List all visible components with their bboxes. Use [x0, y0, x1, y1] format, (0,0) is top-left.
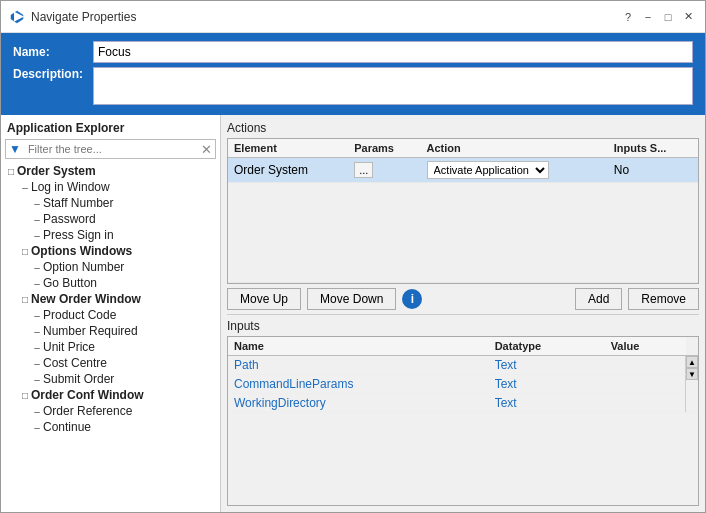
tree-expand-password: – — [31, 214, 43, 225]
tree-item-go-button[interactable]: –Go Button — [5, 275, 220, 291]
svg-text:▶: ▶ — [14, 9, 24, 23]
inputs-table-wrap: Name Datatype Value Path Text — [227, 336, 699, 506]
tree-expand-order-conf-window: □ — [19, 390, 31, 401]
inputs-label: Inputs — [227, 314, 699, 333]
tree-label-password: Password — [43, 212, 96, 226]
tree-item-password[interactable]: –Password — [5, 211, 220, 227]
tree-expand-staff-number: – — [31, 198, 43, 209]
tree-expand-number-required: – — [31, 326, 43, 337]
input-datatype-cell: Text — [489, 394, 605, 413]
action-buttons-row: Move Up Move Down i Add Remove — [227, 284, 699, 314]
input-value-cell[interactable] — [605, 394, 686, 413]
actions-col-params: Params — [348, 139, 420, 158]
action-params-cell: ... — [348, 158, 420, 183]
tree-expand-continue: – — [31, 422, 43, 433]
name-input[interactable] — [93, 41, 693, 63]
tree-item-product-code[interactable]: –Product Code — [5, 307, 220, 323]
tree-label-order-system: Order System — [17, 164, 96, 178]
tree-label-option-number: Option Number — [43, 260, 124, 274]
tree-expand-new-order-window: □ — [19, 294, 31, 305]
tree-item-options-windows[interactable]: □Options Windows — [5, 243, 220, 259]
explorer-title: Application Explorer — [1, 121, 220, 139]
tree-item-new-order-window[interactable]: □New Order Window — [5, 291, 220, 307]
scroll-header — [686, 337, 699, 356]
left-panel: Application Explorer ▼ ✕ □Order System–L… — [1, 115, 221, 512]
help-button[interactable]: ? — [619, 8, 637, 26]
tree-label-new-order-window: New Order Window — [31, 292, 141, 306]
input-value-cell[interactable] — [605, 356, 686, 375]
input-name-cell: Path — [228, 356, 489, 375]
filter-icon: ▼ — [6, 140, 24, 158]
table-row[interactable]: Order System ... Activate Application Cl… — [228, 158, 698, 183]
tree-item-continue[interactable]: –Continue — [5, 419, 220, 435]
actions-table: Element Params Action Inputs S... Order … — [228, 139, 698, 283]
actions-col-element: Element — [228, 139, 348, 158]
window-controls: ? − □ ✕ — [619, 8, 697, 26]
action-inputs-cell: No — [608, 158, 698, 183]
window-icon: ▶ — [9, 9, 25, 25]
description-input[interactable] — [93, 67, 693, 105]
move-up-button[interactable]: Move Up — [227, 288, 301, 310]
tree-item-cost-centre[interactable]: –Cost Centre — [5, 355, 220, 371]
add-button[interactable]: Add — [575, 288, 622, 310]
header-area: Name: Description: — [1, 33, 705, 115]
tree-item-order-reference[interactable]: –Order Reference — [5, 403, 220, 419]
params-button[interactable]: ... — [354, 162, 373, 178]
tree-item-number-required[interactable]: –Number Required — [5, 323, 220, 339]
window-title: Navigate Properties — [31, 10, 619, 24]
move-down-button[interactable]: Move Down — [307, 288, 396, 310]
right-panel: Actions Element Params Action Inputs S..… — [221, 115, 705, 512]
tree-expand-log-in-window: – — [19, 182, 31, 193]
tree-expand-submit-order: – — [31, 374, 43, 385]
inputs-table: Name Datatype Value Path Text — [228, 337, 698, 413]
scroll-up-button[interactable]: ▲ — [686, 356, 698, 368]
description-row: Description: — [13, 67, 693, 105]
tree-label-product-code: Product Code — [43, 308, 116, 322]
input-datatype-cell: Text — [489, 356, 605, 375]
inputs-col-value: Value — [605, 337, 686, 356]
filter-clear-button[interactable]: ✕ — [198, 142, 215, 157]
action-action-cell: Activate Application Click Type Navigate — [421, 158, 608, 183]
tree-item-log-in-window[interactable]: –Log in Window — [5, 179, 220, 195]
name-label: Name: — [13, 45, 85, 59]
filter-input[interactable] — [24, 141, 198, 157]
close-button[interactable]: ✕ — [679, 8, 697, 26]
table-row[interactable]: WorkingDirectory Text — [228, 394, 698, 413]
minimize-button[interactable]: − — [639, 8, 657, 26]
restore-button[interactable]: □ — [659, 8, 677, 26]
tree-expand-order-system: □ — [5, 166, 17, 177]
main-window: ▶ Navigate Properties ? − □ ✕ Name: Desc… — [0, 0, 706, 513]
input-value-cell[interactable] — [605, 375, 686, 394]
tree-label-cost-centre: Cost Centre — [43, 356, 107, 370]
inputs-col-datatype: Datatype — [489, 337, 605, 356]
tree-expand-options-windows: □ — [19, 246, 31, 257]
title-bar: ▶ Navigate Properties ? − □ ✕ — [1, 1, 705, 33]
tree-label-order-conf-window: Order Conf Window — [31, 388, 144, 402]
tree-expand-option-number: – — [31, 262, 43, 273]
tree-label-number-required: Number Required — [43, 324, 138, 338]
input-name-cell: CommandLineParams — [228, 375, 489, 394]
tree-item-order-conf-window[interactable]: □Order Conf Window — [5, 387, 220, 403]
tree-label-press-sign-in: Press Sign in — [43, 228, 114, 242]
actions-header-row: Element Params Action Inputs S... — [228, 139, 698, 158]
actions-label: Actions — [227, 121, 699, 135]
remove-button[interactable]: Remove — [628, 288, 699, 310]
info-icon[interactable]: i — [402, 289, 422, 309]
tree-item-press-sign-in[interactable]: –Press Sign in — [5, 227, 220, 243]
action-element-cell: Order System — [228, 158, 348, 183]
scroll-down-button[interactable]: ▼ — [686, 368, 698, 380]
tree-item-option-number[interactable]: –Option Number — [5, 259, 220, 275]
tree-item-submit-order[interactable]: –Submit Order — [5, 371, 220, 387]
tree-label-options-windows: Options Windows — [31, 244, 132, 258]
table-row[interactable]: Path Text ▲ ▼ — [228, 356, 698, 375]
tree-item-unit-price[interactable]: –Unit Price — [5, 339, 220, 355]
tree-label-submit-order: Submit Order — [43, 372, 114, 386]
tree-item-staff-number[interactable]: –Staff Number — [5, 195, 220, 211]
table-row[interactable]: CommandLineParams Text — [228, 375, 698, 394]
actions-table-wrap: Element Params Action Inputs S... Order … — [227, 138, 699, 284]
name-row: Name: — [13, 41, 693, 63]
tree-item-order-system[interactable]: □Order System — [5, 163, 220, 179]
tree-label-go-button: Go Button — [43, 276, 97, 290]
tree-expand-go-button: – — [31, 278, 43, 289]
action-dropdown[interactable]: Activate Application Click Type Navigate — [427, 161, 549, 179]
